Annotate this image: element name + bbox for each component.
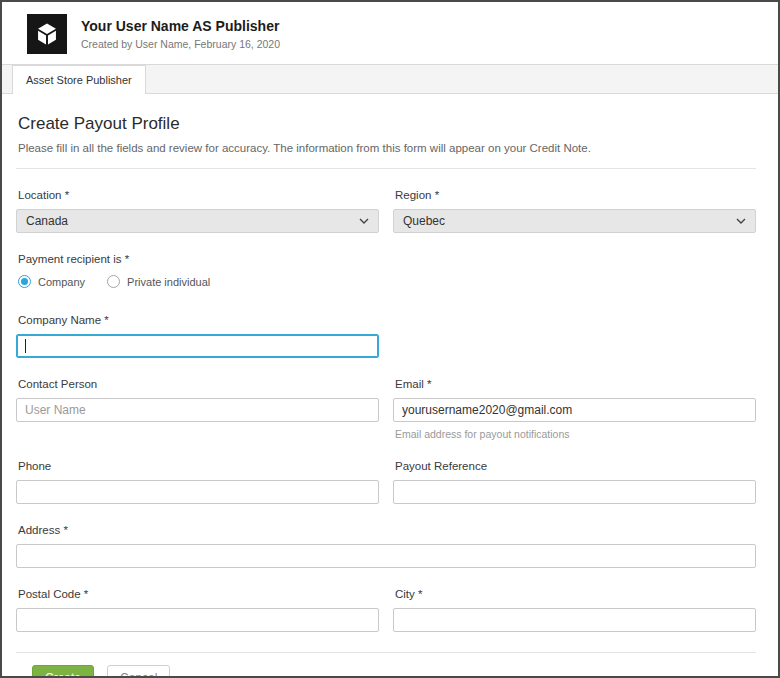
postal-code-input[interactable] xyxy=(16,608,379,632)
field-city: City * xyxy=(393,588,756,632)
location-label: Location * xyxy=(18,189,379,201)
field-region: Region * Quebec xyxy=(393,189,756,233)
field-phone: Phone xyxy=(16,460,379,504)
region-selected-value: Quebec xyxy=(403,214,445,228)
row-postal-city: Postal Code * City * xyxy=(16,588,756,632)
radio-company-label: Company xyxy=(38,276,85,288)
radio-company-control[interactable] xyxy=(18,275,31,288)
payout-profile-form: Location * Canada Region * Quebec Payme xyxy=(16,169,756,632)
publisher-subtitle: Created by User Name, February 16, 2020 xyxy=(81,38,280,50)
field-address: Address * xyxy=(16,524,756,568)
row-location-region: Location * Canada Region * Quebec xyxy=(16,189,756,233)
email-label: Email * xyxy=(395,378,756,390)
row-company-name: Company Name * xyxy=(16,314,756,358)
field-company-name: Company Name * xyxy=(16,314,379,358)
email-helper-text: Email address for payout notifications xyxy=(395,428,756,440)
company-name-input[interactable] xyxy=(16,334,379,358)
address-input[interactable] xyxy=(16,544,756,568)
company-name-label: Company Name * xyxy=(18,314,379,326)
publisher-title: Your User Name AS Publisher xyxy=(81,18,280,34)
payment-recipient-label: Payment recipient is * xyxy=(18,253,756,265)
field-location: Location * Canada xyxy=(16,189,379,233)
tab-bar: Asset Store Publisher xyxy=(2,64,778,94)
row-contact-email: Contact Person Email * Email address for… xyxy=(16,378,756,440)
field-payment-recipient: Payment recipient is * Company Private i… xyxy=(16,253,756,288)
region-label: Region * xyxy=(395,189,756,201)
phone-label: Phone xyxy=(18,460,379,472)
text-caret xyxy=(25,339,26,353)
contact-person-input[interactable] xyxy=(16,398,379,422)
page-title: Create Payout Profile xyxy=(18,114,756,134)
unity-logo xyxy=(27,14,67,54)
city-input[interactable] xyxy=(393,608,756,632)
chevron-down-icon xyxy=(359,218,369,224)
field-email: Email * Email address for payout notific… xyxy=(393,378,756,440)
publisher-page: Your User Name AS Publisher Created by U… xyxy=(0,0,780,678)
row-phone-reference: Phone Payout Reference xyxy=(16,460,756,504)
payout-reference-label: Payout Reference xyxy=(395,460,756,472)
form-actions: Create Cancel xyxy=(2,653,778,678)
main-content: Create Payout Profile Please fill in all… xyxy=(2,94,778,632)
contact-person-label: Contact Person xyxy=(18,378,379,390)
field-postal-code: Postal Code * xyxy=(16,588,379,632)
location-selected-value: Canada xyxy=(26,214,68,228)
page-description: Please fill in all the fields and review… xyxy=(18,142,756,154)
radio-private-individual[interactable]: Private individual xyxy=(107,275,210,288)
region-select[interactable]: Quebec xyxy=(393,209,756,233)
field-payout-reference: Payout Reference xyxy=(393,460,756,504)
recipient-radio-group: Company Private individual xyxy=(18,275,756,288)
chevron-down-icon xyxy=(736,218,746,224)
email-input[interactable] xyxy=(393,398,756,422)
address-label: Address * xyxy=(18,524,756,536)
field-contact-person: Contact Person xyxy=(16,378,379,422)
cancel-button[interactable]: Cancel xyxy=(107,665,170,678)
location-select[interactable]: Canada xyxy=(16,209,379,233)
header-text: Your User Name AS Publisher Created by U… xyxy=(81,18,280,50)
postal-code-label: Postal Code * xyxy=(18,588,379,600)
page-header: Your User Name AS Publisher Created by U… xyxy=(2,2,778,64)
phone-input[interactable] xyxy=(16,480,379,504)
payout-reference-input[interactable] xyxy=(393,480,756,504)
radio-private-individual-control[interactable] xyxy=(107,275,120,288)
radio-private-individual-label: Private individual xyxy=(127,276,210,288)
create-button[interactable]: Create xyxy=(32,665,94,678)
radio-company[interactable]: Company xyxy=(18,275,85,288)
row-address: Address * xyxy=(16,524,756,568)
city-label: City * xyxy=(395,588,756,600)
tab-asset-store-publisher[interactable]: Asset Store Publisher xyxy=(12,65,146,94)
